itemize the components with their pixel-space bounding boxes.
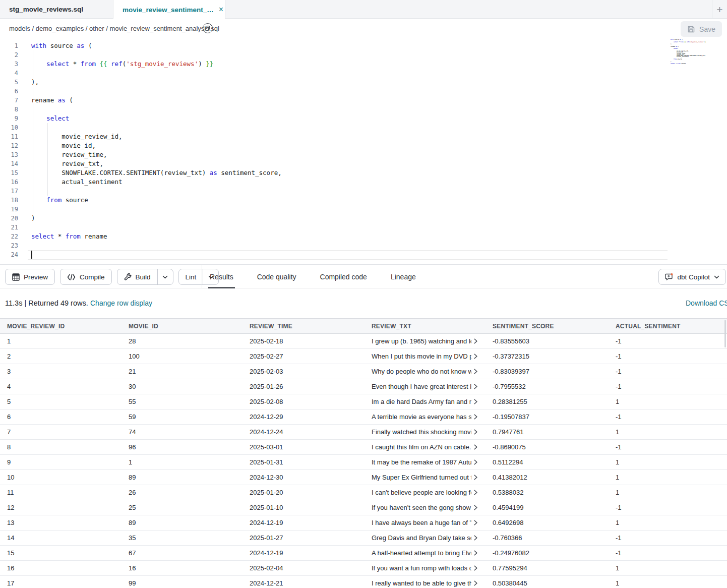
code-text: SNOWFLAKE.CORTEX.SENTIMENT(review_txt) a…: [31, 168, 282, 178]
tab-movie-review-sentiment[interactable]: movie_review_sentiment_… ×: [113, 0, 225, 19]
tab-lineage[interactable]: Lineage: [389, 265, 417, 288]
table-cell: 14: [0, 531, 122, 545]
expand-cell-icon[interactable]: [474, 354, 477, 359]
table-row: 14352025-01-27Greg Davis and Bryan Daly …: [0, 531, 727, 546]
table-cell: 2025-01-31: [243, 455, 365, 469]
code-line[interactable]: 15 SNOWFLAKE.CORTEX.SENTIMENT(review_txt…: [0, 168, 727, 178]
code-line[interactable]: 20): [0, 214, 727, 223]
code-line[interactable]: 11 movie_review_id,: [0, 132, 727, 141]
table-cell: 2024-12-30: [243, 470, 365, 485]
table-cell: 8: [0, 440, 122, 454]
action-buttons: Preview Compile Build: [5, 269, 219, 285]
column-header[interactable]: MOVIE_REVIEW_ID: [0, 319, 122, 333]
table-row: 10892024-12-30My Super Ex Girlfriend tur…: [0, 470, 727, 485]
line-number: 21: [0, 223, 18, 232]
code-line[interactable]: 4: [0, 69, 727, 78]
table-cell: -1: [609, 409, 727, 424]
line-number: 24: [0, 250, 18, 259]
table-cell: 7: [0, 425, 122, 439]
code-line[interactable]: 9 select: [0, 114, 727, 123]
new-tab-button[interactable]: +: [712, 0, 727, 19]
table-cell: It may be the remake of 1987 Autumn'…: [365, 455, 486, 469]
code-line[interactable]: 16 actual_sentiment: [0, 178, 727, 187]
expand-cell-icon[interactable]: [474, 338, 477, 344]
code-line[interactable]: 2: [0, 50, 727, 60]
column-header[interactable]: SENTIMENT_SCORE: [486, 319, 609, 333]
table-cell: I caught this film on AZN on cable. It s…: [365, 440, 486, 454]
code-line[interactable]: 17: [0, 187, 727, 196]
code-line[interactable]: 14 review_txt,: [0, 159, 727, 168]
table-row: 16162025-02-04If you want a fun romp wit…: [0, 561, 727, 576]
expand-cell-icon[interactable]: [474, 535, 477, 541]
tab-stg-movie-reviews[interactable]: stg_movie_reviews.sql: [0, 0, 113, 19]
column-header[interactable]: REVIEW_TIME: [243, 319, 365, 333]
line-number: 8: [0, 105, 18, 114]
expand-cell-icon[interactable]: [474, 490, 477, 495]
tab-compiled-code[interactable]: Compiled code: [319, 265, 369, 288]
column-header[interactable]: MOVIE_ID: [122, 319, 243, 333]
table-cell: 2025-01-10: [243, 500, 365, 515]
copy-path-icon[interactable]: [203, 23, 213, 33]
compile-button[interactable]: Compile: [60, 269, 112, 285]
code-line[interactable]: 3 select * from {{ ref('stg_movie_review…: [0, 60, 727, 69]
line-number: 15: [0, 168, 18, 178]
column-header[interactable]: ACTUAL_SENTIMENT: [609, 319, 727, 333]
download-csv-link[interactable]: Download CSV: [686, 299, 727, 307]
table-row: 3212025-02-03Why do people who do not kn…: [0, 364, 727, 379]
code-line[interactable]: 13 review_time,: [0, 150, 727, 159]
lint-button[interactable]: Lint: [179, 269, 203, 284]
expand-cell-icon[interactable]: [474, 580, 477, 586]
expand-cell-icon[interactable]: [474, 475, 477, 480]
minimap[interactable]: with source as ( select * from {{ ref('s…: [671, 39, 706, 69]
table-row: 7742024-12-24Finally watched this shocki…: [0, 425, 727, 440]
code-text: movie_review_id,: [31, 132, 123, 141]
change-row-display-link[interactable]: Change row display: [90, 299, 152, 307]
expand-cell-icon[interactable]: [474, 429, 477, 435]
code-line[interactable]: 18 from source: [0, 196, 727, 205]
table-cell: 2024-12-29: [243, 409, 365, 424]
code-line[interactable]: 6: [0, 87, 727, 96]
table-cell: 100: [122, 349, 243, 364]
expand-cell-icon[interactable]: [474, 550, 477, 556]
code-line[interactable]: 7rename as (: [0, 96, 727, 105]
close-icon[interactable]: ×: [219, 6, 223, 14]
code-line[interactable]: 21: [0, 223, 727, 232]
expand-cell-icon[interactable]: [474, 505, 477, 510]
code-line[interactable]: 10: [0, 123, 727, 132]
code-line[interactable]: 12 movie_id,: [0, 141, 727, 150]
build-split-button: Build: [117, 269, 173, 285]
build-button[interactable]: Build: [117, 269, 157, 284]
expand-cell-icon[interactable]: [474, 520, 477, 525]
table-cell: -1: [609, 531, 727, 545]
tab-code-quality[interactable]: Code quality: [256, 265, 298, 288]
table-cell: 2025-01-20: [243, 485, 365, 500]
code-line[interactable]: 8: [0, 105, 727, 114]
table-cell: 55: [122, 394, 243, 409]
table-cell: 1: [609, 515, 727, 530]
expand-cell-icon[interactable]: [474, 369, 477, 374]
code-line[interactable]: 23: [0, 241, 727, 250]
expand-cell-icon[interactable]: [474, 414, 477, 420]
vertical-scrollbar[interactable]: [724, 320, 726, 347]
table-cell: If you want a fun romp with loads of s…: [365, 561, 486, 575]
expand-cell-icon[interactable]: [474, 384, 477, 389]
expand-cell-icon[interactable]: [474, 565, 477, 571]
code-line[interactable]: 22select * from rename: [0, 232, 727, 241]
code-editor[interactable]: 1with source as (23 select * from {{ ref…: [0, 39, 727, 264]
expand-cell-icon[interactable]: [474, 459, 477, 465]
save-button[interactable]: Save: [681, 21, 722, 37]
table-cell: 15: [0, 546, 122, 560]
expand-cell-icon[interactable]: [474, 399, 477, 404]
code-brackets-icon: [67, 274, 76, 280]
dbt-copilot-button[interactable]: dbt Copilot: [658, 269, 726, 285]
code-line[interactable]: 19: [0, 205, 727, 214]
code-line[interactable]: 1with source as (: [0, 41, 727, 50]
table-cell: 12: [0, 500, 122, 515]
build-dropdown[interactable]: [157, 269, 173, 284]
tab-results[interactable]: Results: [208, 265, 235, 288]
column-header[interactable]: REVIEW_TXT: [365, 319, 486, 333]
expand-cell-icon[interactable]: [474, 444, 477, 450]
code-line[interactable]: 5),: [0, 78, 727, 87]
table-cell: 9: [0, 455, 122, 469]
preview-button[interactable]: Preview: [5, 269, 55, 285]
